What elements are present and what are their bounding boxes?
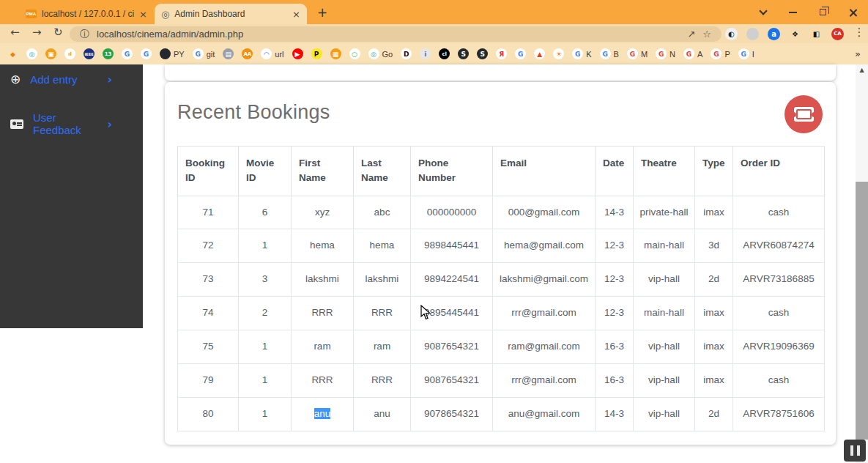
s-dark-bookmark-2[interactable]: S [477,48,488,59]
table-cell: ram [354,330,411,364]
new-tab-button[interactable]: + [317,5,327,20]
column-header-date: Date [596,147,634,196]
column-header-theatre: Theatre [634,147,695,196]
google-bookmark-2[interactable]: G [141,48,152,59]
a-blue-extension-icon[interactable]: a [768,28,780,40]
sidebar-item-user-feedback[interactable]: User Feedback › [0,104,143,144]
scrollbar-thumb[interactable] [856,182,868,440]
google-bookmark-1[interactable]: G [122,48,133,59]
gray-printer-bookmark[interactable]: ▤ [223,48,234,59]
url-text[interactable]: localhost/cinema/admin/admin.php [97,29,680,40]
google-k-bookmark[interactable]: GK [572,48,591,59]
table-cell: ram [292,330,354,364]
yellow-p-bookmark[interactable]: P [311,48,322,59]
site-info-icon[interactable]: ⓘ [80,28,89,41]
dark-mode-extension-icon[interactable]: ◧ [810,28,823,40]
bookmark-label: N [669,50,675,59]
page-content: ⊕ Add entry › User Feedback › Recent Boo… [0,64,856,463]
tab-admin-dashboard[interactable]: ◎ Admin Dashboard × [155,4,307,24]
ieee-bookmark[interactable]: IEEE [84,48,94,59]
google-git-bookmark[interactable]: Ggit [193,48,215,59]
table-row: 742RRRRRR9895445441rrr@gmail.com12-3main… [178,297,825,330]
address-bar[interactable]: ⓘ localhost/cinema/admin/admin.php ↗ ☆ [70,26,722,42]
browser-menu-icon[interactable]: ⋮ [852,26,867,39]
matlab-bookmark[interactable]: ▲ [534,48,545,59]
table-cell: hema@gmail.com [493,229,596,263]
phpmyadmin-bookmark[interactable]: AA [242,48,253,59]
google-p-bookmark[interactable]: GP [711,48,730,59]
yandex-bookmark[interactable]: Я [496,48,507,59]
table-cell: 74 [178,297,239,330]
pause-icon [850,445,853,456]
close-button[interactable] [838,0,868,24]
cl-black-bookmark[interactable]: cl [439,48,450,59]
table-cell: xyz [292,196,354,229]
orange-camera-bookmark[interactable]: ▣ [45,48,56,59]
reload-icon[interactable]: ↻ [53,26,63,39]
table-cell: main-hall [634,229,695,263]
panda-extension-icon[interactable]: ◐ [725,28,738,40]
movie-camera-bookmark[interactable]: ▦ [330,48,341,59]
diamond-bookmark[interactable]: ◆ [7,48,18,59]
ieee-bookmark-glyph: IEEE [84,48,94,59]
table-cell: cash [733,364,825,398]
duck-bookmark[interactable]: D [401,48,412,59]
google-a-bookmark[interactable]: GA [683,48,702,59]
orange-eye-bookmark[interactable]: ☀ [553,48,564,59]
minimize-button[interactable] [778,0,808,24]
google-b-bookmark[interactable]: GB [600,48,619,59]
google-m-bookmark[interactable]: GM [627,48,648,59]
sidebar-item-label: Add entry [30,73,97,86]
bookmark-star-icon[interactable]: ☆ [702,29,711,40]
column-header-last-name: Last Name [354,147,411,196]
speedtest-url-bookmark[interactable]: ◠url [261,48,283,59]
tab-close-icon[interactable]: × [139,9,147,20]
back-icon[interactable]: ← [10,26,20,39]
share-icon[interactable]: ↗ [687,29,695,40]
table-cell: 9894224541 [411,263,493,297]
go-bookmark[interactable]: ◎Go [368,48,393,59]
tab-phpmyadmin[interactable]: PMA localhost / 127.0.0.1 / cinema_db × [19,4,154,24]
table-cell: ARVR60874274 [733,229,825,263]
teal-spiral-bookmark-glyph: ◎ [26,48,37,59]
bookmark-label: git [207,50,215,59]
bookmarks-overflow-icon[interactable]: » [855,48,861,59]
forward-icon[interactable]: → [32,26,42,39]
google-i-bookmark[interactable]: GI [738,48,754,59]
analytics-bars-bookmark[interactable]: ıl [64,48,75,59]
figure-bookmark[interactable]: i [420,48,431,59]
table-cell: hema [292,229,354,263]
tab-search-icon[interactable] [748,0,778,24]
google-m-bookmark-glyph: G [627,48,638,59]
scroll-up-icon[interactable]: ▲ [856,67,868,73]
google-bookmark-1-glyph: G [122,48,133,59]
table-header-row: Booking IDMovie IDFirst NameLast NamePho… [178,147,825,196]
green-ring-bookmark[interactable]: ○ [349,48,360,59]
restore-button[interactable] [808,0,838,24]
bookmark-label: M [641,50,648,59]
recorder-pause-button[interactable] [844,440,866,462]
column-header-booking-id: Booking ID [178,147,239,196]
table-cell: RRR [292,297,354,330]
youtube-bookmark[interactable]: ▶ [292,48,303,59]
selected-text[interactable]: anu [314,408,331,419]
table-cell: 9898445441 [411,229,493,263]
profile-extension-icon[interactable] [746,28,759,40]
green-13-bookmark[interactable]: 13 [103,48,114,59]
teal-spiral-bookmark[interactable]: ◎ [26,48,37,59]
page-scrollbar[interactable]: ▲ [856,64,868,463]
google-bookmark-3[interactable]: G [515,48,526,59]
s-dark-bookmark-1[interactable]: S [458,48,469,59]
table-cell: 1 [239,364,292,398]
extensions-puzzle-icon[interactable]: ❖ [789,28,801,40]
table-row: 733lakshmilakshmi9894224541lakshmi@gmail… [178,263,825,297]
bookmark-label: A [697,50,702,59]
column-header-phone-number: Phone Number [411,147,493,196]
go-bookmark-glyph: ◎ [368,48,379,59]
sidebar-item-add-entry[interactable]: ⊕ Add entry › [0,64,143,94]
google-n-bookmark[interactable]: GN [656,48,675,59]
github-bookmark[interactable]: PY [160,48,185,59]
bookings-ticket-button[interactable] [784,95,823,133]
red-badge-extension-icon[interactable]: CA [831,28,844,40]
tab-close-icon[interactable]: × [292,9,300,20]
